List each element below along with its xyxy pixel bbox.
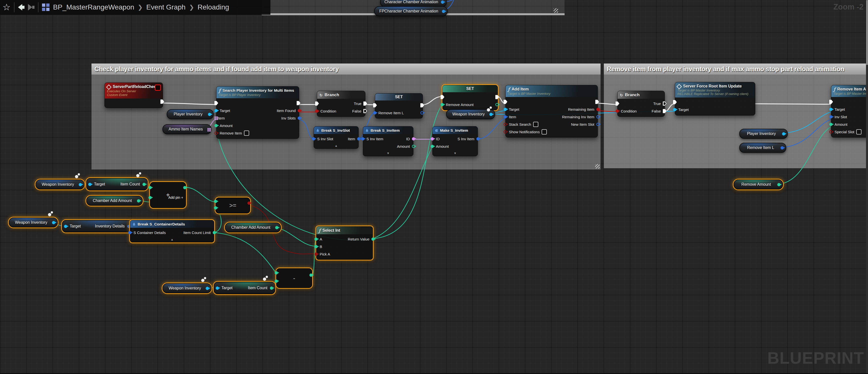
exec-in-pin[interactable] [373,103,377,107]
show-notifications-pin[interactable] [504,130,507,133]
variable-node-chamber-add-amount-a[interactable]: Chamber Add Amount [86,196,143,206]
exec-in-pin[interactable] [616,101,619,106]
node-get-item-count-a[interactable]: Target Item Count [86,178,148,190]
comment-left-title[interactable]: Check player inventory for ammo items an… [91,63,600,74]
output-pin[interactable] [206,287,209,290]
special-slot-pin[interactable] [829,130,833,133]
target-pin[interactable] [504,108,507,111]
in-a-pin[interactable] [214,200,217,203]
value-out-pin[interactable] [495,103,499,106]
remaining-inv-item-pin[interactable] [596,115,599,119]
back-button[interactable] [18,4,25,10]
a-pin[interactable] [314,238,318,241]
item-count-out-pin[interactable] [270,286,273,290]
show-notifications-checkbox[interactable] [541,129,547,134]
item-out-pin[interactable] [357,137,361,141]
in-a-pin[interactable] [275,271,278,275]
collapse-arrow-icon[interactable]: ▲ [314,144,359,149]
remaining-item-pin[interactable] [596,108,599,111]
target-pin[interactable] [673,108,676,111]
s-inv-item-out-pin[interactable] [476,137,479,141]
node-greater-equal[interactable]: >= [215,197,250,214]
inv-slot-pin[interactable] [829,115,833,119]
target-pin[interactable] [216,286,219,290]
condition-pin[interactable] [616,110,619,113]
output-array-pin[interactable] [208,128,209,129]
vertical-scrollbar[interactable] [866,0,868,374]
node-server-part-reload-checks[interactable]: ServerPartReloadChecks Executes On Serve… [104,83,163,108]
node-add-int[interactable]: + Add pin + [150,182,186,208]
remove-item-checkbox[interactable] [244,130,249,136]
value-out-pin[interactable] [421,111,424,115]
result-pin[interactable] [309,274,313,277]
variable-node-remove-item-l[interactable]: Remove Item L [739,143,786,153]
target-pin[interactable] [214,109,218,112]
id-out-pin[interactable] [412,137,415,141]
item-array-pin[interactable] [214,117,215,118]
output-pin[interactable] [137,199,140,202]
node-branch-1[interactable]: ↻ Branch True Condition False [317,91,365,117]
condition-pin[interactable] [315,110,318,113]
variable-node-weapon-inventory-c[interactable]: Weapon Inventory [9,218,58,227]
node-set-remove-amount[interactable]: SET Remove Amount [442,85,498,110]
pick-a-pin[interactable] [314,252,318,256]
item-found-pin[interactable] [298,109,301,112]
comment-right-title[interactable]: Remove item from player inventory and if… [604,63,868,74]
variable-node-remove-amount[interactable]: Remove Amount [734,180,783,189]
forward-button[interactable] [28,4,34,10]
output-pin[interactable] [79,183,82,186]
s-container-details-pin[interactable] [128,231,131,234]
collapse-arrow-icon[interactable]: ▲ [130,238,214,242]
in-a-pin[interactable] [149,186,152,189]
id-in-pin[interactable] [431,137,434,141]
output-pin[interactable] [782,132,785,135]
node-remove-item-amount[interactable]: ƒ Remove Item Amount Target is BP Master… [831,85,868,137]
item-count-out-pin[interactable] [143,183,146,186]
exec-in-pin[interactable] [829,100,833,104]
amount-pin[interactable] [214,124,218,127]
node-get-item-count-b[interactable]: Target Item Count [214,282,275,294]
amount-out-pin[interactable] [412,145,415,148]
remove-item-l-pin[interactable] [373,111,376,115]
remove-amount-pin[interactable] [441,103,444,106]
node-branch-2[interactable]: ↻ Branch True Condition False [617,91,665,117]
variable-node-chamber-add-amount-b[interactable]: Chamber Add Amount [225,222,281,232]
result-pin[interactable] [183,186,186,189]
item-count-limit-pin[interactable] [213,231,216,234]
in-b-pin[interactable] [275,280,278,283]
target-pin[interactable] [88,183,91,186]
target-pin[interactable] [829,108,833,111]
node-break-s-containerdetails[interactable]: ⋔ Break S_ContainerDetails S Container D… [130,220,214,243]
special-slot-checkbox[interactable] [856,129,862,134]
expand-arrow-icon[interactable]: ▼ [363,152,413,156]
s-inv-item-pin[interactable] [361,137,364,141]
s-inv-slot-pin[interactable] [312,137,315,141]
favorite-star-icon[interactable]: ☆ [2,3,10,12]
output-pin[interactable] [489,113,493,116]
comment-resize-grip[interactable] [595,164,599,168]
expand-arrow-icon[interactable]: ▼ [433,152,477,156]
variable-node-player-inventory-2[interactable]: Player Inventory [739,129,788,139]
output-pin[interactable] [441,0,444,4]
exec-in-pin[interactable] [673,100,677,104]
node-break-s-invitem[interactable]: ⋔ Break S_InvItem S Inv Item ID Amount ▼ [363,126,413,156]
stack-search-pin[interactable] [504,123,507,126]
node-set-remove-item-l[interactable]: SET Remove Item L [375,93,423,119]
node-break-s-invslot[interactable]: ⋔ Break S_InvSlot S Inv Slot Item ▲ [314,126,359,149]
output-pin[interactable] [780,146,784,150]
output-pin[interactable] [208,113,211,116]
comment-resize-grip[interactable] [554,8,558,13]
return-value-pin[interactable] [371,238,375,241]
node-subtract-int[interactable]: - [276,268,312,288]
target-pin[interactable] [64,225,67,228]
variable-node-fp-character-chamber-animation[interactable]: FPCharacter Chamber Animation [374,6,447,16]
exec-in-pin[interactable] [214,101,218,105]
node-select-int[interactable]: ƒ Select Int A Return Value B Pick A [316,226,373,260]
b-pin[interactable] [314,245,318,248]
variable-node-ammo-item-names[interactable]: Ammo Item Names [162,124,211,134]
node-get-inventory-details[interactable]: Target Inventory Details [62,220,132,232]
exec-in-pin[interactable] [504,100,507,104]
variable-node-character-chamber-animation[interactable]: Character Chamber Animation [380,0,446,7]
breadcrumb-event-graph[interactable]: Event Graph [146,3,185,11]
node-add-item[interactable]: ƒ Add Item Target is BP Master Inventory… [505,85,598,137]
